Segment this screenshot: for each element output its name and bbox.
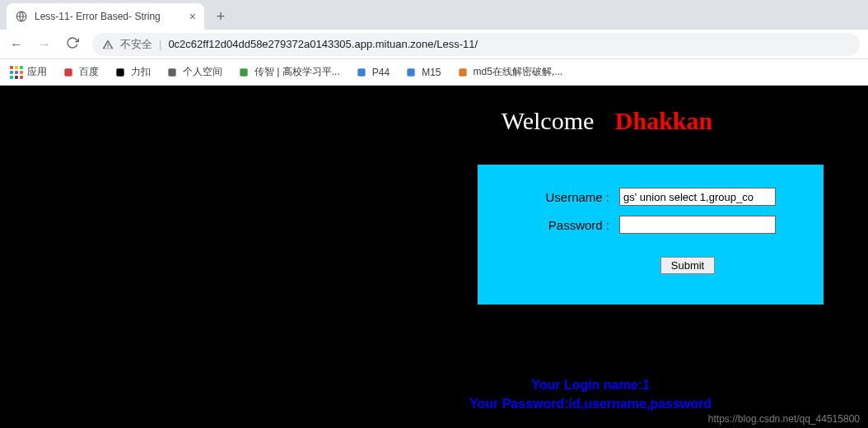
back-button[interactable]: ← bbox=[8, 37, 25, 52]
username-label: Username : bbox=[502, 190, 609, 204]
bookmark-icon bbox=[166, 66, 179, 79]
insecure-icon bbox=[102, 39, 114, 50]
bookmark-item-0[interactable]: 百度 bbox=[62, 65, 99, 79]
svg-rect-6 bbox=[407, 68, 414, 76]
result-output: Your Login name:1 Your Password:id,usern… bbox=[0, 376, 868, 413]
tab-title: Less-11- Error Based- String bbox=[35, 11, 183, 22]
bookmark-item-6[interactable]: md5在线解密破解,... bbox=[456, 65, 563, 79]
url-input[interactable]: 不安全 | 0c2c62ff12d04dd58e279372a0143305.a… bbox=[92, 33, 860, 56]
bookmark-label: md5在线解密破解,... bbox=[474, 65, 563, 79]
forward-button[interactable]: → bbox=[36, 37, 53, 52]
svg-rect-3 bbox=[168, 68, 175, 76]
apps-label: 应用 bbox=[27, 65, 47, 79]
result-line-1: Your Login name:1 bbox=[313, 376, 868, 394]
svg-rect-1 bbox=[64, 68, 72, 76]
welcome-name: Dhakkan bbox=[615, 107, 712, 134]
apps-button[interactable]: 应用 bbox=[10, 65, 47, 79]
bookmark-label: 个人空间 bbox=[183, 65, 222, 79]
svg-rect-2 bbox=[116, 68, 124, 76]
bookmark-icon bbox=[456, 66, 469, 79]
bookmark-item-2[interactable]: 个人空间 bbox=[166, 65, 222, 79]
bookmark-icon bbox=[237, 66, 250, 79]
password-input[interactable] bbox=[619, 216, 776, 234]
svg-rect-7 bbox=[459, 68, 466, 76]
bookmark-item-5[interactable]: M15 bbox=[404, 65, 441, 79]
insecure-label: 不安全 bbox=[120, 37, 152, 52]
browser-tab[interactable]: Less-11- Error Based- String × bbox=[7, 3, 204, 30]
watermark: https://blog.csdn.net/qq_44515800 bbox=[708, 413, 860, 425]
bookmark-icon bbox=[62, 66, 75, 79]
globe-icon bbox=[15, 10, 28, 23]
bookmark-item-3[interactable]: 传智 | 高校学习平... bbox=[237, 65, 340, 79]
bookmark-item-1[interactable]: 力扣 bbox=[114, 65, 151, 79]
bookmark-label: M15 bbox=[422, 67, 441, 78]
apps-icon bbox=[10, 66, 23, 79]
submit-button[interactable] bbox=[660, 257, 715, 274]
close-icon[interactable]: × bbox=[189, 10, 196, 23]
reload-button[interactable] bbox=[64, 36, 81, 53]
bookmark-icon bbox=[114, 66, 127, 79]
address-bar: ← → 不安全 | 0c2c62ff12d04dd58e279372a01433… bbox=[0, 30, 868, 59]
bookmark-icon bbox=[355, 66, 368, 79]
tab-bar: Less-11- Error Based- String × + bbox=[0, 0, 868, 30]
bookmark-label: 传智 | 高校学习平... bbox=[254, 65, 340, 79]
welcome-text: Welcome bbox=[502, 107, 595, 134]
svg-rect-4 bbox=[240, 68, 247, 76]
svg-rect-5 bbox=[357, 68, 365, 76]
result-line-2: Your Password:id,username,password bbox=[313, 395, 868, 413]
bookmark-item-4[interactable]: P44 bbox=[355, 65, 390, 79]
password-label: Password : bbox=[502, 218, 609, 232]
bookmark-label: 力扣 bbox=[131, 65, 151, 79]
bookmarks-bar: 应用 百度力扣个人空间传智 | 高校学习平...P44M15md5在线解密破解,… bbox=[0, 59, 868, 86]
username-input[interactable] bbox=[619, 188, 776, 206]
welcome-heading: Welcome Dhakkan bbox=[0, 107, 868, 135]
bookmark-label: P44 bbox=[372, 67, 390, 78]
bookmark-label: 百度 bbox=[79, 65, 99, 79]
url-text: 0c2c62ff12d04dd58e279372a0143305.app.mit… bbox=[168, 38, 478, 50]
login-form: Username : Password : bbox=[478, 165, 824, 305]
page-content: Welcome Dhakkan Username : Password : Yo… bbox=[0, 86, 868, 428]
new-tab-button[interactable]: + bbox=[209, 5, 232, 28]
bookmark-icon bbox=[404, 66, 418, 79]
